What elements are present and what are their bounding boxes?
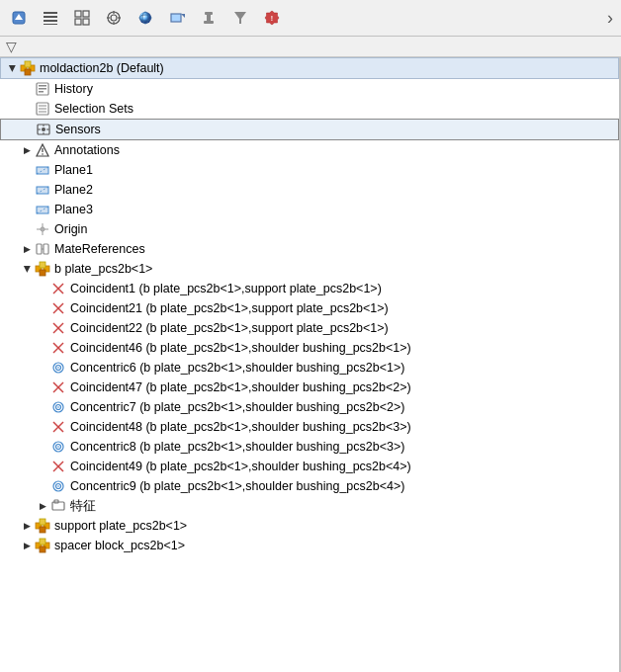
svg-rect-5 [44,24,57,25]
svg-marker-24 [234,12,246,24]
part3-label: spacer block_pcs2b<1> [54,539,185,552]
list-button[interactable] [36,3,65,33]
tree-item-part1[interactable]: b plate_pcs2b<1> [0,259,619,279]
plane3-icon [34,201,51,218]
app-container: ! › ▽ moldaction2b (Default) [0,0,621,672]
tree-item-materef[interactable]: MateReferences [0,239,619,259]
svg-rect-95 [40,527,45,533]
funnel-button[interactable] [225,3,255,33]
svg-rect-2 [44,12,57,14]
svg-rect-50 [37,187,48,194]
sphere-button[interactable] [131,3,160,33]
tree-item-con8[interactable]: Concentric8 (b plate_pcs2b<1>,shoulder b… [0,437,619,457]
select-box-button[interactable] [162,3,192,33]
tree-root[interactable]: moldaction2b (Default) [0,57,619,79]
con9-label: Concentric9 (b plate_pcs2b<1>,shoulder b… [70,479,404,493]
filter-bar: ▽ [0,37,621,57]
tree-item-c48[interactable]: Coincident48 (b plate_pcs2b<1>,shoulder … [0,417,619,437]
c22-icon [49,319,67,337]
materef-expand[interactable] [20,242,34,256]
svg-rect-23 [204,21,214,24]
svg-point-16 [139,12,151,24]
c49-label: Coincident49 (b plate_pcs2b<1>,shoulder … [70,460,411,473]
svg-rect-62 [40,262,45,268]
tree-item-sensors[interactable]: Sensors [0,119,619,140]
badge-button[interactable]: ! [257,3,287,33]
con8-icon [49,438,67,456]
tree-item-feat1[interactable]: 特征 [0,496,619,516]
tree-item-con6[interactable]: Concentric6 (b plate_pcs2b<1>,shoulder b… [0,358,619,378]
svg-rect-21 [205,12,213,15]
tree-item-c49[interactable]: Coincident49 (b plate_pcs2b<1>,shoulder … [0,457,619,476]
tree-item-plane1[interactable]: Plane1 [0,160,619,180]
part3-expand[interactable] [20,539,34,552]
con6-icon [49,359,67,377]
svg-rect-30 [25,69,31,75]
con7-icon [49,398,67,416]
tree-item-part3[interactable]: spacer block_pcs2b<1> [0,536,619,555]
part2-label: support plate_pcs2b<1> [54,519,187,533]
plane2-icon [34,181,51,199]
svg-rect-6 [75,11,81,17]
filter-icon: ▽ [6,39,17,54]
svg-point-89 [57,485,59,487]
svg-rect-94 [40,519,45,525]
tree-item-c22[interactable]: Coincident22 (b plate_pcs2b<1>,support p… [0,318,619,338]
svg-rect-9 [83,19,89,25]
history-icon [34,80,51,98]
feat1-icon [49,497,67,515]
svg-rect-33 [39,88,46,90]
c49-icon [49,458,67,475]
selsets-label: Selection Sets [54,102,133,116]
c21-label: Coincident21 (b plate_pcs2b<1>,support p… [70,301,389,315]
svg-rect-34 [39,91,44,93]
tree-item-c1[interactable]: Coincident1 (b plate_pcs2b<1>,support pl… [0,279,619,298]
clamp-button[interactable] [194,3,223,33]
tree-item-annotations[interactable]: Annotations [0,140,619,160]
tree-item-c21[interactable]: Coincident21 (b plate_pcs2b<1>,support p… [0,298,619,318]
c1-icon [49,280,67,297]
part1-label: b plate_pcs2b<1> [54,262,152,276]
toolbar: ! › [0,0,621,37]
c47-icon [49,378,67,396]
con6-label: Concentric6 (b plate_pcs2b<1>,shoulder b… [70,361,404,375]
target-button[interactable] [99,3,129,33]
tree-item-c47[interactable]: Coincident47 (b plate_pcs2b<1>,shoulder … [0,378,619,397]
toolbar-expand-arrow[interactable]: › [603,8,617,29]
c47-label: Coincident47 (b plate_pcs2b<1>,shoulder … [70,380,411,394]
svg-rect-8 [75,19,81,25]
svg-rect-52 [37,207,48,213]
svg-point-11 [111,15,117,21]
part1-expand[interactable] [20,262,34,276]
sensors-label: Sensors [55,123,101,136]
svg-point-74 [57,367,59,369]
tree-item-plane3[interactable]: Plane3 [0,200,619,219]
plane1-label: Plane1 [54,163,93,177]
svg-rect-22 [207,15,211,21]
svg-rect-7 [83,11,89,17]
tree-item-history[interactable]: History [0,79,619,99]
tree-item-origin[interactable]: Origin [0,219,619,239]
tree-item-c46[interactable]: Coincident46 (b plate_pcs2b<1>,shoulder … [0,338,619,358]
svg-rect-98 [40,539,45,545]
svg-rect-58 [44,244,48,254]
grid-button[interactable] [67,3,97,33]
plane1-icon [34,161,51,179]
feat1-expand[interactable] [36,499,49,513]
home-button[interactable] [4,3,34,33]
part2-expand[interactable] [20,519,34,533]
svg-point-84 [57,446,59,448]
tree-item-con7[interactable]: Concentric7 (b plate_pcs2b<1>,shoulder b… [0,397,619,417]
tree-item-selsets[interactable]: Selection Sets [0,99,619,119]
annotations-expand[interactable] [20,143,34,157]
svg-point-40 [42,127,45,131]
svg-rect-32 [39,85,46,87]
c21-icon [49,299,67,317]
root-expand-arrow[interactable] [5,61,19,75]
tree-item-plane2[interactable]: Plane2 [0,180,619,200]
tree-panel[interactable]: moldaction2b (Default) History [0,57,621,672]
tree-item-con9[interactable]: Concentric9 (b plate_pcs2b<1>,shoulder b… [0,476,619,496]
tree-item-part2[interactable]: support plate_pcs2b<1> [0,516,619,536]
c48-label: Coincident48 (b plate_pcs2b<1>,shoulder … [70,420,411,434]
materef-label: MateReferences [54,242,145,256]
